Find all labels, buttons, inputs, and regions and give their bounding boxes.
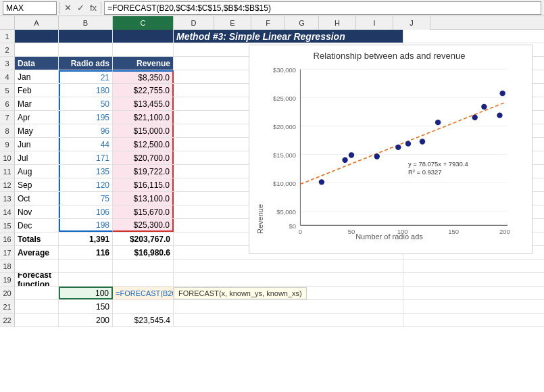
rownum-2: 2: [0, 43, 15, 56]
cell-b3[interactable]: Radio ads: [59, 57, 113, 70]
cell-d20-area: FORECAST(x, known_ys, known_xs): [174, 287, 403, 299]
cell-c22[interactable]: $23,545.4: [113, 314, 174, 326]
cell-b13[interactable]: 75: [59, 192, 113, 205]
cell-c7[interactable]: $21,100.0: [113, 111, 174, 124]
svg-text:200: 200: [499, 228, 510, 234]
svg-text:R² = 0.9327: R² = 0.9327: [408, 168, 442, 176]
cell-a15[interactable]: Dec: [15, 219, 59, 232]
cell-c2[interactable]: [113, 43, 174, 56]
cell-d22: [174, 314, 403, 326]
cell-b14[interactable]: 106: [59, 205, 113, 218]
cell-a14[interactable]: Nov: [15, 205, 59, 218]
cell-b4[interactable]: 21: [59, 70, 113, 83]
row-22: 22 200 $23,545.4: [0, 314, 544, 327]
rownum-22: 22: [0, 314, 15, 326]
cell-b9[interactable]: 44: [59, 138, 113, 151]
formula-input[interactable]: =FORECAST(B20,$C$4:$C$15,$B$4:$B$15): [104, 1, 541, 15]
cell-a17[interactable]: Average: [15, 246, 59, 259]
cell-a11[interactable]: Aug: [15, 165, 59, 178]
cell-b22[interactable]: 200: [59, 314, 113, 326]
svg-point-28: [472, 115, 478, 120]
cell-b1[interactable]: [59, 30, 113, 43]
cell-b17[interactable]: 116: [59, 246, 113, 259]
cell-b10[interactable]: 171: [59, 151, 113, 164]
cell-a1[interactable]: [15, 30, 59, 43]
cell-a2[interactable]: [15, 43, 59, 56]
cell-b6[interactable]: 50: [59, 97, 113, 110]
col-header-c[interactable]: C: [113, 16, 174, 30]
cell-a16[interactable]: Totals: [15, 232, 59, 245]
cell-c15[interactable]: $25,300.0: [113, 219, 174, 232]
cell-c17[interactable]: $16,980.6: [113, 246, 174, 259]
cell-b12[interactable]: 120: [59, 178, 113, 191]
cell-c9[interactable]: $12,500.0: [113, 138, 174, 151]
cancel-icon[interactable]: ✕: [63, 3, 73, 13]
spreadsheet: A B C D E F G H I J 1 Method #3: Simple …: [0, 16, 544, 392]
cell-b15[interactable]: 198: [59, 219, 113, 232]
cell-a12[interactable]: Sep: [15, 178, 59, 191]
cell-c6[interactable]: $13,455.0: [113, 97, 174, 110]
fx-icon[interactable]: fx: [89, 3, 98, 13]
name-box[interactable]: MAX: [3, 1, 57, 15]
rownum-15: 15: [0, 219, 15, 232]
col-header-i[interactable]: I: [356, 16, 393, 30]
col-header-j[interactable]: J: [393, 16, 430, 30]
col-header-h[interactable]: H: [319, 16, 356, 30]
col-header-b[interactable]: B: [59, 16, 113, 30]
col-header-a[interactable]: A: [15, 16, 59, 30]
rownum-20: 20: [0, 287, 15, 299]
cell-b5[interactable]: 180: [59, 84, 113, 97]
cell-c12[interactable]: $16,115.0: [113, 178, 174, 191]
rownum-6: 6: [0, 97, 15, 110]
row-19: 19 Forecast function: [0, 273, 544, 287]
cell-c16[interactable]: $203,767.0: [113, 232, 174, 245]
cell-title[interactable]: Method #3: Simple Linear Regression: [174, 30, 403, 43]
cell-c14[interactable]: $15,670.0: [113, 205, 174, 218]
cell-a20: [15, 287, 59, 299]
cell-c3[interactable]: Revenue: [113, 57, 174, 70]
cell-a5[interactable]: Feb: [15, 84, 59, 97]
rownum-21: 21: [0, 300, 15, 313]
cell-b7[interactable]: 195: [59, 111, 113, 124]
cell-c13[interactable]: $13,100.0: [113, 192, 174, 205]
cell-a19[interactable]: Forecast function: [15, 273, 59, 286]
cell-b21[interactable]: 150: [59, 300, 113, 313]
cell-c20[interactable]: =FORECAST(B20,$C$4:$C$15,$B$4:$B$15): [113, 287, 174, 299]
cell-a4[interactable]: Jan: [15, 70, 59, 83]
rownum-1: 1: [0, 30, 15, 43]
cell-a9[interactable]: Jun: [15, 138, 59, 151]
cell-b16[interactable]: 1,391: [59, 232, 113, 245]
col-header-e[interactable]: E: [214, 16, 251, 30]
cell-c5[interactable]: $22,755.0: [113, 84, 174, 97]
cell-a10[interactable]: Jul: [15, 151, 59, 164]
cell-c18: [113, 260, 174, 272]
cell-a7[interactable]: Apr: [15, 111, 59, 124]
row-1: 1 Method #3: Simple Linear Regression: [0, 30, 544, 43]
confirm-icon[interactable]: ✓: [76, 3, 86, 13]
cell-c11[interactable]: $19,722.0: [113, 165, 174, 178]
cell-a13[interactable]: Oct: [15, 192, 59, 205]
cell-a21: [15, 300, 59, 313]
cell-b8[interactable]: 96: [59, 124, 113, 137]
cell-a8[interactable]: May: [15, 124, 59, 137]
col-header-g[interactable]: G: [285, 16, 319, 30]
cell-b11[interactable]: 135: [59, 165, 113, 178]
cell-b2[interactable]: [59, 43, 113, 56]
cell-c10[interactable]: $20,700.0: [113, 151, 174, 164]
cell-a3[interactable]: Data: [15, 57, 59, 70]
col-header-f[interactable]: F: [251, 16, 285, 30]
rownum-5: 5: [0, 84, 15, 97]
cell-d21: [174, 300, 403, 313]
col-header-d[interactable]: D: [174, 16, 214, 30]
svg-point-33: [499, 91, 505, 96]
svg-point-25: [497, 112, 502, 118]
cell-c4[interactable]: $8,350.0: [113, 70, 174, 83]
svg-point-30: [420, 139, 425, 144]
svg-text:y = 78.075x + 7930.4: y = 78.075x + 7930.4: [408, 160, 468, 168]
svg-point-23: [481, 104, 487, 109]
cell-b20[interactable]: 100: [59, 287, 113, 299]
cell-c1[interactable]: [113, 30, 174, 43]
svg-text:$30,000: $30,000: [273, 66, 296, 74]
cell-a6[interactable]: Mar: [15, 97, 59, 110]
cell-c8[interactable]: $15,000.0: [113, 124, 174, 137]
